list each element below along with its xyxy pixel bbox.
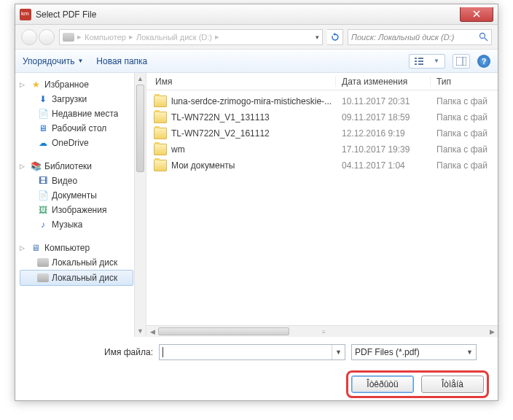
sidebar-item-downloads[interactable]: ⬇Загрузки xyxy=(20,92,133,106)
sidebar-item-music[interactable]: ♪Музыка xyxy=(20,217,133,232)
open-button[interactable]: Îòêðûòü xyxy=(351,376,414,393)
column-type[interactable]: Тип xyxy=(431,77,498,87)
scroll-left-icon: ◀ xyxy=(146,328,158,335)
search-icon xyxy=(479,32,488,42)
folder-icon xyxy=(154,96,167,107)
folder-icon xyxy=(154,144,167,155)
drive-icon xyxy=(37,258,49,267)
list-view-icon xyxy=(415,58,423,65)
music-icon: ♪ xyxy=(37,219,49,230)
column-name[interactable]: Имя xyxy=(146,77,336,87)
svg-rect-6 xyxy=(415,63,417,65)
sidebar-item-recent[interactable]: 📄Недавние места xyxy=(20,106,133,121)
breadcrumb-computer: Компьютер xyxy=(85,33,126,42)
sidebar-scrollbar[interactable]: ▲ ▼ xyxy=(134,73,146,337)
window-title: Select PDF File xyxy=(36,9,96,20)
refresh-icon xyxy=(331,33,340,42)
nav-back-button[interactable] xyxy=(21,29,37,45)
sidebar-favorites[interactable]: ▷ ★ Избранное xyxy=(20,77,133,92)
sidebar-item-video[interactable]: 🎞Видео xyxy=(20,174,133,188)
view-mode-button[interactable]: ▼ xyxy=(409,54,445,69)
chevron-down-icon: ▼ xyxy=(466,349,473,356)
file-list-pane: Имя Дата изменения Тип luna-serdce-zrimo… xyxy=(146,73,498,337)
breadcrumb[interactable]: ▸ Компьютер ▸ Локальный диск (D:) ▸ ▾ xyxy=(59,29,323,45)
drive-icon xyxy=(37,273,49,282)
close-icon xyxy=(473,10,480,18)
folder-icon xyxy=(154,160,167,171)
body: ▷ ★ Избранное ⬇Загрузки 📄Недавние места … xyxy=(15,73,498,337)
svg-rect-4 xyxy=(415,61,417,62)
libraries-icon: 📚 xyxy=(30,160,42,172)
column-headers: Имя Дата изменения Тип xyxy=(146,73,498,90)
refresh-button[interactable] xyxy=(327,29,343,45)
star-icon: ★ xyxy=(30,79,42,90)
sidebar-item-drive-d[interactable]: Локальный диск xyxy=(20,270,133,286)
button-highlight: Îòêðûòü Îòìåíà xyxy=(346,370,489,398)
sidebar-item-drive-c[interactable]: Локальный диск xyxy=(20,255,133,270)
preview-pane-button[interactable] xyxy=(453,54,470,69)
close-button[interactable] xyxy=(460,7,493,22)
document-icon: 📄 xyxy=(37,190,49,201)
folder-icon xyxy=(154,128,167,139)
expand-icon: ▷ xyxy=(20,163,27,170)
computer-icon: 🖥 xyxy=(30,242,42,254)
sidebar: ▷ ★ Избранное ⬇Загрузки 📄Недавние места … xyxy=(15,73,146,337)
list-item[interactable]: Мои документы04.11.2017 1:04Папка с фай xyxy=(146,158,498,174)
sidebar-libraries[interactable]: ▷ 📚 Библиотеки xyxy=(20,159,133,174)
svg-line-1 xyxy=(485,38,487,41)
cloud-icon: ☁ xyxy=(37,137,49,149)
scroll-thumb[interactable] xyxy=(158,327,289,335)
svg-rect-7 xyxy=(418,63,423,65)
chevron-down-icon: ▼ xyxy=(77,58,83,64)
scroll-thumb[interactable] xyxy=(136,85,144,172)
app-icon xyxy=(20,9,31,20)
cancel-button[interactable]: Îòìåíà xyxy=(421,376,484,393)
column-date[interactable]: Дата изменения xyxy=(336,77,431,87)
help-button[interactable]: ? xyxy=(477,55,490,68)
download-icon: ⬇ xyxy=(37,93,49,105)
svg-rect-8 xyxy=(456,57,466,66)
svg-rect-3 xyxy=(418,58,423,59)
chevron-down-icon: ▼ xyxy=(332,345,345,359)
chevron-down-icon: ▼ xyxy=(434,58,439,64)
preview-pane-icon xyxy=(456,57,466,66)
expand-icon: ▷ xyxy=(20,81,27,88)
list-item[interactable]: TL-WN722N_V1_13111309.11.2017 18:59Папка… xyxy=(146,109,498,125)
filetype-select[interactable]: PDF Files (*.pdf) ▼ xyxy=(351,344,477,360)
list-item[interactable]: wm17.10.2017 19:39Папка с фай xyxy=(146,141,498,158)
filename-input[interactable]: ▼ xyxy=(159,344,345,360)
sidebar-computer[interactable]: ▷ 🖥 Компьютер xyxy=(20,241,133,255)
folder-icon xyxy=(154,112,167,123)
titlebar: Select PDF File xyxy=(15,4,498,25)
drive-icon xyxy=(63,33,74,42)
video-icon: 🎞 xyxy=(37,175,49,187)
sidebar-item-documents[interactable]: 📄Документы xyxy=(20,188,133,203)
sidebar-item-desktop[interactable]: 🖥Рабочий стол xyxy=(20,121,133,136)
search-placeholder: Поиск: Локальный диск (D:) xyxy=(351,33,454,42)
scroll-right-icon: ▶ xyxy=(486,328,498,335)
toolbar: Упорядочить▼ Новая папка ▼ ? xyxy=(15,50,498,73)
svg-point-0 xyxy=(480,34,485,39)
recent-icon: 📄 xyxy=(37,108,49,120)
filename-label: Имя файла: xyxy=(104,347,153,357)
pictures-icon: 🖼 xyxy=(37,204,49,216)
nav-forward-button[interactable] xyxy=(39,29,55,45)
list-item[interactable]: luna-serdce-zrimogo-mira-misticheskie-..… xyxy=(146,93,498,109)
footer: Имя файла: ▼ PDF Files (*.pdf) ▼ Îòêðûòü… xyxy=(15,337,498,407)
scroll-up-icon: ▲ xyxy=(135,73,146,85)
organize-button[interactable]: Упорядочить▼ xyxy=(23,56,83,66)
svg-rect-5 xyxy=(418,61,423,62)
svg-rect-2 xyxy=(415,58,417,59)
dialog-window: Select PDF File ▸ Компьютер ▸ Локальный … xyxy=(15,4,498,401)
new-folder-button[interactable]: Новая папка xyxy=(96,56,147,66)
list-item[interactable]: TL-WN722N_V2_16111212.12.2016 9:19Папка … xyxy=(146,125,498,141)
breadcrumb-drive: Локальный диск (D:) xyxy=(136,33,212,42)
sidebar-item-onedrive[interactable]: ☁OneDrive xyxy=(20,136,133,150)
horizontal-scrollbar[interactable]: ◀ ≡ ▶ xyxy=(146,325,498,337)
file-rows: luna-serdce-zrimogo-mira-misticheskie-..… xyxy=(146,90,498,325)
sidebar-item-pictures[interactable]: 🖼Изображения xyxy=(20,203,133,217)
address-bar: ▸ Компьютер ▸ Локальный диск (D:) ▸ ▾ По… xyxy=(15,25,498,50)
scroll-down-icon: ▼ xyxy=(135,325,146,337)
search-input[interactable]: Поиск: Локальный диск (D:) xyxy=(348,29,492,45)
desktop-icon: 🖥 xyxy=(37,122,49,134)
